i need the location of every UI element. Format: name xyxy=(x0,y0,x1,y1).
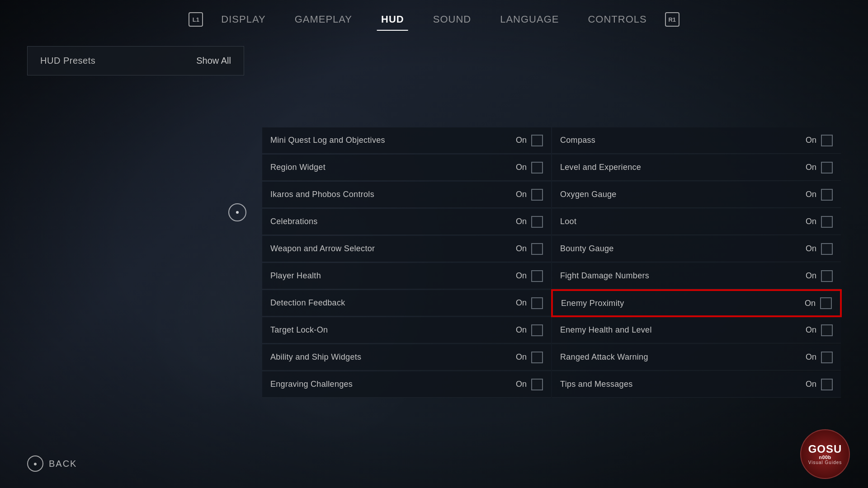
gosu-text-sub: n00b xyxy=(819,455,831,460)
setting-name: Level and Experience xyxy=(560,163,803,172)
gosu-badge: GOSU n00b Visual Guides xyxy=(800,429,850,479)
r1-button[interactable]: R1 xyxy=(665,12,679,27)
l1-button[interactable]: L1 xyxy=(189,12,203,27)
setting-controls: On xyxy=(803,324,833,336)
setting-value: On xyxy=(803,136,816,145)
setting-controls: On xyxy=(803,270,833,282)
setting-row-right-5[interactable]: Fight Damage Numbers On xyxy=(552,263,841,289)
setting-controls: On xyxy=(513,324,543,336)
setting-checkbox[interactable] xyxy=(531,352,543,363)
back-button[interactable]: ● BACK xyxy=(27,455,77,472)
setting-checkbox[interactable] xyxy=(820,297,832,309)
tab-sound[interactable]: Sound xyxy=(419,10,486,29)
setting-checkbox[interactable] xyxy=(821,216,833,228)
setting-checkbox[interactable] xyxy=(531,243,543,255)
setting-controls: On xyxy=(513,135,543,146)
setting-name: Ranged Attack Warning xyxy=(560,352,803,362)
setting-value: On xyxy=(803,190,816,199)
setting-name: Target Lock-On xyxy=(270,325,513,335)
tab-display[interactable]: Display xyxy=(207,10,280,29)
setting-controls: On xyxy=(803,243,833,255)
tab-gameplay[interactable]: Gameplay xyxy=(280,10,367,29)
setting-checkbox[interactable] xyxy=(821,352,833,363)
setting-value: On xyxy=(513,244,527,253)
setting-row-left-4[interactable]: Weapon and Arrow Selector On xyxy=(262,236,551,262)
setting-checkbox[interactable] xyxy=(821,135,833,146)
setting-name: Detection Feedback xyxy=(270,298,513,308)
setting-value: On xyxy=(513,325,527,335)
navigation-bar: L1 Display Gameplay HUD Sound Language C… xyxy=(0,0,868,37)
setting-checkbox[interactable] xyxy=(531,379,543,390)
setting-row-left-2[interactable]: Ikaros and Phobos Controls On xyxy=(262,182,551,208)
setting-checkbox[interactable] xyxy=(821,270,833,282)
hud-presets-box[interactable]: HUD Presets Show All xyxy=(27,46,244,75)
setting-row-right-4[interactable]: Bounty Gauge On xyxy=(552,236,841,262)
setting-row-right-0[interactable]: Compass On xyxy=(552,127,841,154)
setting-checkbox[interactable] xyxy=(821,162,833,174)
setting-checkbox[interactable] xyxy=(531,297,543,309)
setting-value: On xyxy=(803,244,816,253)
hud-presets-value: Show All xyxy=(196,56,231,66)
setting-name: Fight Damage Numbers xyxy=(560,271,803,281)
gosu-text-main: GOSU xyxy=(808,444,842,455)
setting-name: Oxygen Gauge xyxy=(560,190,803,199)
setting-row-right-7[interactable]: Enemy Health and Level On xyxy=(552,317,841,343)
setting-row-left-0[interactable]: Mini Quest Log and Objectives On xyxy=(262,127,551,154)
setting-row-left-3[interactable]: Celebrations On xyxy=(262,209,551,235)
setting-checkbox[interactable] xyxy=(531,162,543,174)
setting-name: Ikaros and Phobos Controls xyxy=(270,190,513,199)
tab-controls[interactable]: Controls xyxy=(573,10,661,29)
setting-row-right-1[interactable]: Level and Experience On xyxy=(552,155,841,181)
setting-row-left-6[interactable]: Detection Feedback On xyxy=(262,290,551,316)
setting-value: On xyxy=(803,271,816,281)
setting-checkbox[interactable] xyxy=(531,216,543,228)
setting-name: Compass xyxy=(560,136,803,145)
setting-controls: On xyxy=(513,297,543,309)
setting-value: On xyxy=(513,136,527,145)
main-area: HUD Presets Show All Mini Quest Log and … xyxy=(0,37,868,488)
setting-checkbox[interactable] xyxy=(531,324,543,336)
setting-controls: On xyxy=(513,189,543,201)
setting-value: On xyxy=(513,163,527,172)
setting-checkbox[interactable] xyxy=(821,379,833,390)
setting-row-left-5[interactable]: Player Health On xyxy=(262,263,551,289)
setting-checkbox[interactable] xyxy=(531,270,543,282)
setting-name: Region Widget xyxy=(270,163,513,172)
setting-name: Ability and Ship Widgets xyxy=(270,352,513,362)
setting-value: On xyxy=(513,298,527,308)
setting-checkbox[interactable] xyxy=(821,243,833,255)
setting-value: On xyxy=(803,325,816,335)
tab-language[interactable]: Language xyxy=(486,10,573,29)
setting-checkbox[interactable] xyxy=(531,189,543,201)
setting-row-left-7[interactable]: Target Lock-On On xyxy=(262,317,551,343)
setting-row-left-9[interactable]: Engraving Challenges On xyxy=(262,371,551,398)
setting-controls: On xyxy=(803,189,833,201)
setting-row-left-1[interactable]: Region Widget On xyxy=(262,155,551,181)
left-panel: HUD Presets Show All xyxy=(27,46,244,479)
setting-row-right-3[interactable]: Loot On xyxy=(552,209,841,235)
gosu-text-guide: Visual Guides xyxy=(808,460,842,465)
setting-row-right-6[interactable]: Enemy Proximity On xyxy=(552,290,841,316)
setting-checkbox[interactable] xyxy=(531,135,543,146)
setting-row-right-8[interactable]: Ranged Attack Warning On xyxy=(552,344,841,371)
setting-row-right-2[interactable]: Oxygen Gauge On xyxy=(552,182,841,208)
settings-grid: Mini Quest Log and Objectives On Compass… xyxy=(262,127,841,398)
setting-controls: On xyxy=(803,216,833,228)
setting-value: On xyxy=(513,271,527,281)
setting-row-right-9[interactable]: Tips and Messages On xyxy=(552,371,841,398)
back-label: BACK xyxy=(49,459,77,469)
setting-row-left-8[interactable]: Ability and Ship Widgets On xyxy=(262,344,551,371)
setting-name: Enemy Health and Level xyxy=(560,325,803,335)
setting-value: On xyxy=(803,380,816,389)
tab-hud[interactable]: HUD xyxy=(367,10,419,29)
setting-checkbox[interactable] xyxy=(821,324,833,336)
setting-checkbox[interactable] xyxy=(821,189,833,201)
setting-name: Celebrations xyxy=(270,217,513,226)
setting-value: On xyxy=(803,217,816,226)
back-circle-symbol: ● xyxy=(33,460,37,467)
setting-controls: On xyxy=(513,352,543,363)
setting-name: Bounty Gauge xyxy=(560,244,803,253)
setting-name: Weapon and Arrow Selector xyxy=(270,244,513,253)
setting-controls: On xyxy=(513,243,543,255)
setting-value: On xyxy=(802,299,816,308)
